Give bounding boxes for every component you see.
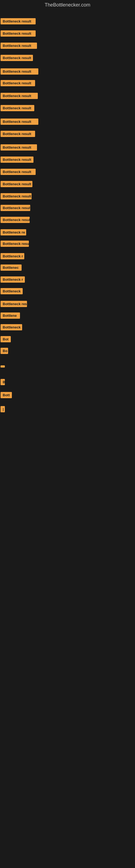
bottleneck-result-item: Bottleneck result — [1, 30, 36, 37]
bottleneck-result-item: Bot — [1, 336, 11, 342]
bottleneck-result-item: Bott — [1, 392, 12, 398]
bottleneck-result-item: Bottleneck result — [1, 42, 37, 49]
bottleneck-result-item: Bottleneck result — [1, 68, 38, 74]
bottleneck-result-item: Bottleneck r — [1, 253, 24, 259]
bottleneck-result-item: Bottleneck result — [1, 55, 33, 61]
site-title: TheBottlenecker.com — [0, 0, 135, 10]
bottleneck-result-item: Bottleneck result — [1, 93, 38, 99]
bottleneck-result-item: Bottleneck result — [1, 144, 37, 151]
bottleneck-result-item: Bottleneck result — [1, 105, 34, 111]
bottleneck-result-item: Bottleneck result — [1, 181, 32, 187]
bottleneck-result-item: Bottleneck re — [1, 229, 26, 236]
bottleneck-result-item: Bottleneck r — [1, 276, 25, 283]
bottleneck-result-item: Bottleneck result — [1, 156, 34, 163]
bottleneck-result-item: Bo — [1, 348, 8, 354]
bottleneck-result-item: Bottleneck result — [1, 193, 32, 199]
bottleneck-result-item: Bottleneck res — [1, 301, 27, 307]
bottleneck-result-item: Bottleneck — [1, 288, 23, 294]
bottleneck-result-item — [1, 365, 5, 368]
bottleneck-result-item: Bottleneck result — [1, 169, 36, 175]
bottleneck-result-item: Bottleneck result — [1, 119, 38, 125]
bottleneck-result-item: Bottleneck result — [1, 217, 30, 223]
bottleneck-result-item: | — [1, 406, 5, 412]
bottleneck-result-item: Bottleneck result — [1, 131, 35, 137]
bottleneck-result-item: Bottlene — [1, 312, 20, 319]
bottleneck-result-item: Bottlenec — [1, 265, 21, 271]
bottleneck-result-item: B — [1, 379, 5, 385]
bottleneck-result-item: Bottleneck — [1, 324, 22, 330]
bottleneck-result-item: Bottleneck result — [1, 80, 35, 86]
bottleneck-result-item: Bottleneck result — [1, 241, 29, 247]
bottleneck-result-item: Bottleneck result — [1, 205, 30, 211]
bottleneck-result-item: Bottleneck result — [1, 18, 36, 24]
